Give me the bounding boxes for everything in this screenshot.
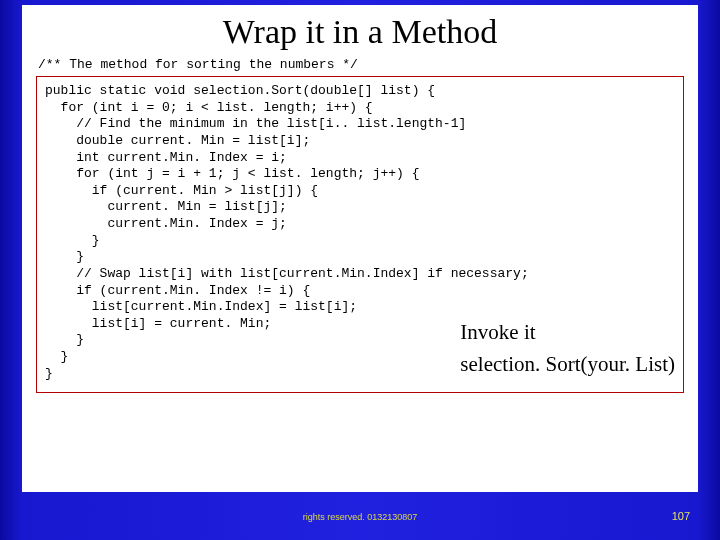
code-content: public static void selection.Sort(double… bbox=[45, 83, 529, 381]
annotation-line2: selection. Sort(your. List) bbox=[460, 349, 675, 381]
footer-text: rights reserved. 0132130807 bbox=[0, 512, 720, 522]
slide-body: Wrap it in a Method /** The method for s… bbox=[22, 5, 698, 492]
annotation: Invoke itselection. Sort(your. List) bbox=[460, 317, 675, 380]
annotation-line1: Invoke it bbox=[460, 317, 675, 349]
code-box: public static void selection.Sort(double… bbox=[36, 76, 684, 393]
page-number: 107 bbox=[672, 510, 690, 522]
slide-title: Wrap it in a Method bbox=[36, 13, 684, 51]
method-comment: /** The method for sorting the numbers *… bbox=[38, 57, 684, 72]
